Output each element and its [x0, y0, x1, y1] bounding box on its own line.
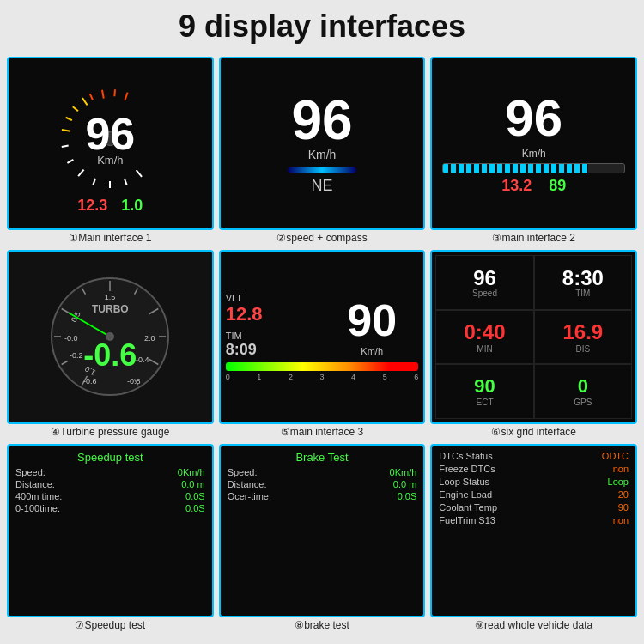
- speedup-title: Speedup test: [15, 451, 205, 464]
- screen-7: Speedup test Speed: 0Km/h Distance: 0.0 …: [7, 444, 214, 617]
- s6-dis-lbl: DIS: [575, 344, 590, 354]
- screen-3: 96 Km/h 13.2 89: [430, 57, 637, 230]
- s1-bottom-values: 12.3 1.0: [77, 197, 143, 215]
- speed-value-2: 96: [291, 93, 352, 148]
- vlt-value: 12.8: [226, 303, 319, 325]
- cell-3: 96 Km/h 13.2 89 ③main interface 2: [430, 57, 637, 245]
- vlt-label: VLT: [226, 293, 319, 303]
- svg-line-0: [136, 170, 141, 177]
- speed-bar: [442, 163, 625, 173]
- s6-cell-speed: 96 Speed: [435, 255, 533, 309]
- s8-row-1: Distance: 0.0 m: [228, 479, 417, 489]
- s7-row-0: Speed: 0Km/h: [15, 467, 205, 477]
- svg-text:-0.8: -0.8: [127, 377, 141, 386]
- s6-min-val: 0:40: [464, 320, 505, 344]
- s6-ect-val: 90: [474, 375, 495, 398]
- s3-val1: 13.2: [501, 177, 532, 195]
- compass-needle: [288, 167, 356, 173]
- svg-line-8: [65, 118, 71, 120]
- caption-3: ③main interface 2: [492, 230, 574, 245]
- caption-1: ①Main interface 1: [69, 230, 151, 245]
- caption-7: ⑦Speedup test: [75, 617, 145, 632]
- s6-tim-lbl: TIM: [575, 289, 590, 298]
- speed-value-3: 96: [505, 93, 562, 144]
- screen-8: Brake Test Speed: 0Km/h Distance: 0.0 m …: [219, 444, 426, 617]
- s6-speed-lbl: Speed: [472, 289, 497, 298]
- s6-gps-lbl: GPS: [574, 398, 592, 407]
- cell-2: 96 Km/h NE ②speed + compass: [219, 57, 426, 245]
- turbo-value: -0.6: [83, 337, 137, 374]
- caption-2: ②speed + compass: [276, 230, 367, 245]
- svg-text:-0.4: -0.4: [136, 355, 149, 364]
- s7-row-2: 400m time: 0.0S: [15, 491, 205, 501]
- brake-title: Brake Test: [228, 451, 417, 464]
- svg-line-13: [114, 89, 115, 96]
- screen-4: 1.0 0.5 1.5 -0.0 -0.6 -0.8 -0.2 2.0 -0.4…: [7, 250, 214, 423]
- cell-1: 96 Km/h 12.3 1.0 ①Main interface 1: [7, 57, 214, 245]
- cell-7: Speedup test Speed: 0Km/h Distance: 0.0 …: [7, 444, 214, 632]
- speed-unit-3: Km/h: [522, 148, 546, 160]
- caption-6: ⑥six grid interface: [491, 424, 575, 439]
- svg-line-3: [93, 179, 95, 185]
- svg-text:1.5: 1.5: [105, 293, 116, 301]
- s1-val1: 12.3: [77, 197, 107, 215]
- s5-left-panel: VLT 12.8 TIM 8:09: [226, 293, 319, 359]
- s3-bottom-values: 13.2 89: [501, 177, 566, 195]
- cell-9: DTCs Status ODTC Freeze DTCs non Loop St…: [430, 444, 637, 632]
- s9-row-3: Engine Load 20: [439, 489, 629, 500]
- svg-line-10: [82, 98, 88, 105]
- cell-5: VLT 12.8 TIM 8:09 90 Km/h 0 1 2 3 4 5 6: [219, 250, 426, 438]
- s6-cell-ect: 90 ECT: [435, 364, 533, 418]
- s5-speed: 90: [325, 295, 418, 346]
- s5-unit: Km/h: [325, 346, 418, 356]
- svg-text:-0.0: -0.0: [64, 334, 78, 343]
- s7-row-3: 0-100time: 0.0S: [15, 503, 205, 513]
- speed-bar-fill: [443, 164, 588, 173]
- s6-tim-val: 8:30: [562, 268, 604, 289]
- s9-row-4: Coolant Temp 90: [439, 502, 629, 513]
- s9-row-1: Freeze DTCs non: [439, 464, 629, 474]
- tim-value: 8:09: [226, 341, 319, 359]
- cell-4: 1.0 0.5 1.5 -0.0 -0.6 -0.8 -0.2 2.0 -0.4…: [7, 250, 214, 438]
- speed-unit-1: Km/h: [97, 154, 123, 167]
- s5-scale: 0 1 2 3 4 5 6: [226, 373, 419, 381]
- caption-5: ⑤main interface 3: [281, 424, 363, 439]
- svg-line-5: [67, 160, 73, 163]
- turbo-label: TURBO: [92, 303, 129, 315]
- s6-ect-lbl: ECT: [476, 398, 493, 407]
- screen-9: DTCs Status ODTC Freeze DTCs non Loop St…: [430, 444, 637, 617]
- tim-label: TIM: [226, 331, 319, 341]
- s6-cell-min: 0:40 MIN: [435, 310, 533, 364]
- s9-row-5: FuelTrim S13 non: [439, 515, 629, 526]
- s3-val2: 89: [549, 177, 566, 195]
- svg-line-1: [125, 179, 127, 185]
- svg-line-4: [78, 170, 83, 177]
- svg-line-14: [125, 93, 127, 100]
- screen-6: 96 Speed 8:30 TIM 0:40 MIN 16.9 DIS 90 E…: [430, 250, 637, 423]
- caption-8: ⑧brake test: [295, 617, 349, 632]
- s9-row-2: Loop Status Loop: [439, 477, 629, 487]
- speed-unit-2: Km/h: [308, 148, 337, 161]
- s1-val2: 1.0: [121, 197, 143, 215]
- s6-speed-val: 96: [473, 268, 496, 289]
- svg-line-7: [62, 130, 70, 131]
- s6-dis-val: 16.9: [562, 320, 603, 344]
- speed-value-1: 96: [85, 108, 135, 160]
- caption-4: ④Turbine pressure gauge: [51, 424, 169, 439]
- caption-9: ⑨read whole vehicle data: [475, 617, 592, 632]
- svg-line-6: [62, 146, 69, 147]
- s9-row-0: DTCs Status ODTC: [439, 451, 629, 461]
- screen-2: 96 Km/h NE: [219, 57, 426, 230]
- svg-text:2.0: 2.0: [144, 334, 155, 343]
- s6-gps-val: 0: [578, 375, 588, 398]
- gauge-1: 96 Km/h: [44, 72, 177, 205]
- s6-cell-gps: 0 GPS: [534, 364, 632, 418]
- page-title: 9 display interfaces: [0, 0, 644, 52]
- s8-row-0: Speed: 0Km/h: [228, 467, 417, 477]
- s8-row-2: Ocer-time: 0.0S: [228, 491, 417, 501]
- svg-line-9: [73, 106, 78, 111]
- turbo-gauge: 1.0 0.5 1.5 -0.0 -0.6 -0.8 -0.2 2.0 -0.4…: [46, 272, 174, 401]
- screen-5: VLT 12.8 TIM 8:09 90 Km/h 0 1 2 3 4 5 6: [219, 250, 426, 423]
- svg-text:-0.6: -0.6: [83, 377, 97, 386]
- s5-right-panel: 90 Km/h: [325, 295, 418, 356]
